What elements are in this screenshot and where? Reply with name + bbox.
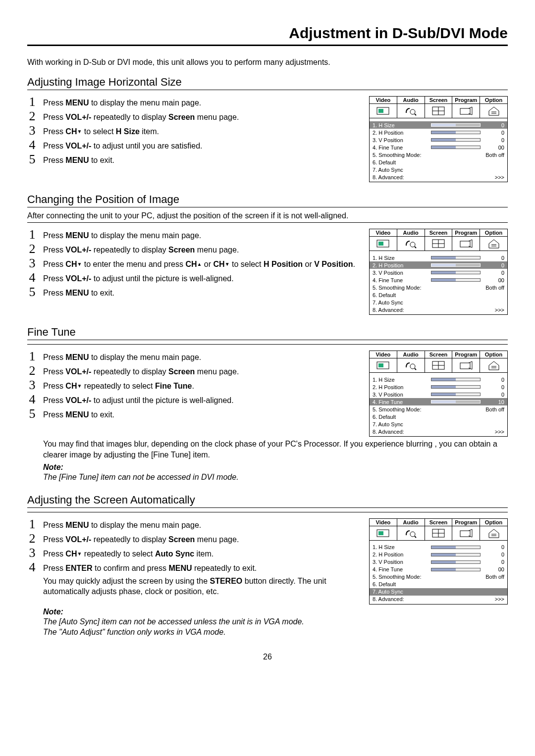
- osd-row-autosync: 7. Auto Sync: [370, 588, 507, 596]
- osd-tab-option: Option: [480, 229, 507, 236]
- section-position: Changing the Position of Image After con…: [27, 193, 508, 315]
- program-icon: [452, 526, 480, 540]
- step-number: 3: [27, 379, 37, 392]
- note-label: Note:: [43, 607, 508, 616]
- step-number: 1: [27, 350, 37, 363]
- note-text: The "Auto Adjust" function only works in…: [43, 627, 508, 638]
- osd-row-ftune: 4. Fine Tune00: [370, 566, 507, 573]
- osd-row-advanced: 8. Advanced:>>>: [370, 428, 507, 435]
- step-number: 2: [27, 364, 37, 377]
- screen-icon: [425, 237, 453, 251]
- step-text: Press VOL+/- to adjust until you are sat…: [43, 139, 359, 151]
- video-icon: [370, 237, 397, 251]
- option-icon: [480, 526, 507, 540]
- osd-tab-option: Option: [480, 97, 507, 103]
- svg-point-22: [410, 364, 415, 369]
- osd-row-smooth: 5. Smoothing Mode:Both off: [370, 151, 507, 158]
- extra-text: You may quickly adjust the screen by usi…: [43, 576, 359, 597]
- chevron-down-icon: ▼: [225, 261, 230, 268]
- chevron-up-icon: ▲: [197, 261, 202, 268]
- osd-panel: Video Audio Screen Program Option 1. H S…: [369, 351, 508, 437]
- section-finetune: Fine Tune 1 Press MENU to display the me…: [27, 326, 508, 483]
- step-number: 3: [27, 547, 37, 559]
- osd-row-hpos: 2. H Position0: [370, 261, 507, 269]
- step-text: Press MENU to display the menu main page…: [43, 228, 359, 241]
- osd-row-smooth: 5. Smoothing Mode:Both off: [370, 405, 507, 413]
- audio-icon: [397, 358, 425, 372]
- step-text: Press MENU to exit.: [43, 153, 359, 166]
- osd-row-vpos: 3. V Position0: [370, 269, 507, 276]
- extra-text: You may find that images blur, depending…: [43, 439, 508, 460]
- osd-tab-screen: Screen: [425, 519, 453, 526]
- section-heading: Changing the Position of Image: [27, 193, 508, 207]
- osd-tab-program: Program: [452, 97, 480, 103]
- step-number: 5: [27, 286, 37, 299]
- osd-tab-program: Program: [452, 519, 480, 526]
- svg-point-32: [410, 532, 415, 537]
- osd-tab-screen: Screen: [425, 229, 453, 236]
- osd-row-hsize: 1. H Size0: [370, 254, 507, 261]
- program-icon: [452, 104, 480, 118]
- osd-row-hpos: 2. H Position0: [370, 551, 507, 558]
- osd-row-hpos: 2. H Position0: [370, 383, 507, 391]
- osd-panel: Video Audio Screen Program Option 1. H S…: [369, 229, 508, 315]
- svg-rect-21: [378, 363, 383, 367]
- chevron-down-icon: ▼: [77, 551, 82, 557]
- step-text: Press CH▼ repeatedly to select Fine Tune…: [43, 379, 359, 392]
- note-text: The [Auto Sync] item can not be accessed…: [43, 616, 508, 627]
- option-icon: [480, 358, 507, 372]
- video-icon: [370, 104, 397, 118]
- step-text: Press CH▼ to select H Size item.: [43, 124, 359, 137]
- osd-tab-program: Program: [452, 351, 480, 358]
- step-text: Press VOL+/- repeatedly to display Scree…: [43, 532, 359, 545]
- svg-rect-11: [378, 242, 383, 246]
- page-title: Adjustment in D-Sub/DVI Mode: [27, 25, 508, 46]
- step-text: Press VOL+/- repeatedly to display Scree…: [43, 110, 359, 123]
- section-heading: Adjusting Image Horizontal Size: [27, 76, 508, 90]
- svg-point-2: [410, 109, 415, 114]
- osd-row-default: 6. Default: [370, 581, 507, 588]
- video-icon: [370, 526, 397, 540]
- osd-tab-video: Video: [370, 97, 397, 103]
- step-number: 1: [27, 228, 37, 241]
- program-icon: [452, 237, 480, 251]
- osd-row-advanced: 8. Advanced:>>>: [370, 306, 507, 313]
- step-number: 4: [27, 139, 37, 151]
- audio-icon: [397, 526, 425, 540]
- chevron-down-icon: ▼: [77, 383, 82, 390]
- step-number: 4: [27, 561, 37, 574]
- step-number: 4: [27, 393, 37, 406]
- screen-icon: [425, 358, 453, 372]
- step-number: 3: [27, 124, 37, 137]
- step-text: Press MENU to display the menu main page…: [43, 96, 359, 108]
- audio-icon: [397, 104, 425, 118]
- screen-icon: [425, 104, 453, 118]
- step-text: Press MENU to display the menu main page…: [43, 350, 359, 363]
- osd-row-autosync: 7. Auto Sync: [370, 166, 507, 173]
- section-hsize: Adjusting Image Horizontal Size 1 Press …: [27, 76, 508, 182]
- chevron-down-icon: ▼: [77, 261, 82, 268]
- osd-tab-video: Video: [370, 519, 397, 526]
- note-label: Note:: [43, 463, 508, 472]
- svg-point-12: [410, 242, 415, 247]
- section-subtext: After connecting the unit to your PC, ad…: [27, 211, 508, 220]
- osd-row-vpos: 3. V Position0: [370, 136, 507, 144]
- osd-tab-audio: Audio: [397, 229, 425, 236]
- step-text: Press VOL+/- repeatedly to display Scree…: [43, 243, 359, 255]
- section-heading: Adjusting the Screen Automatically: [27, 494, 508, 508]
- step-text: Press CH▼ to enter the menu and press CH…: [43, 257, 359, 270]
- screen-icon: [425, 526, 453, 540]
- step-number: 3: [27, 257, 37, 270]
- step-number: 1: [27, 518, 37, 531]
- osd-tab-option: Option: [480, 519, 507, 526]
- step-text: Press VOL+/- to adjust until the picture…: [43, 393, 359, 406]
- osd-tab-program: Program: [452, 229, 480, 236]
- osd-row-ftune: 4. Fine Tune10: [370, 398, 507, 405]
- section-heading: Fine Tune: [27, 326, 508, 340]
- option-icon: [480, 104, 507, 118]
- step-number: 4: [27, 271, 37, 284]
- osd-row-advanced: 8. Advanced:>>>: [370, 173, 507, 181]
- program-icon: [452, 358, 480, 372]
- osd-row-autosync: 7. Auto Sync: [370, 299, 507, 306]
- section-autosync: Adjusting the Screen Automatically 1 Pre…: [27, 494, 508, 638]
